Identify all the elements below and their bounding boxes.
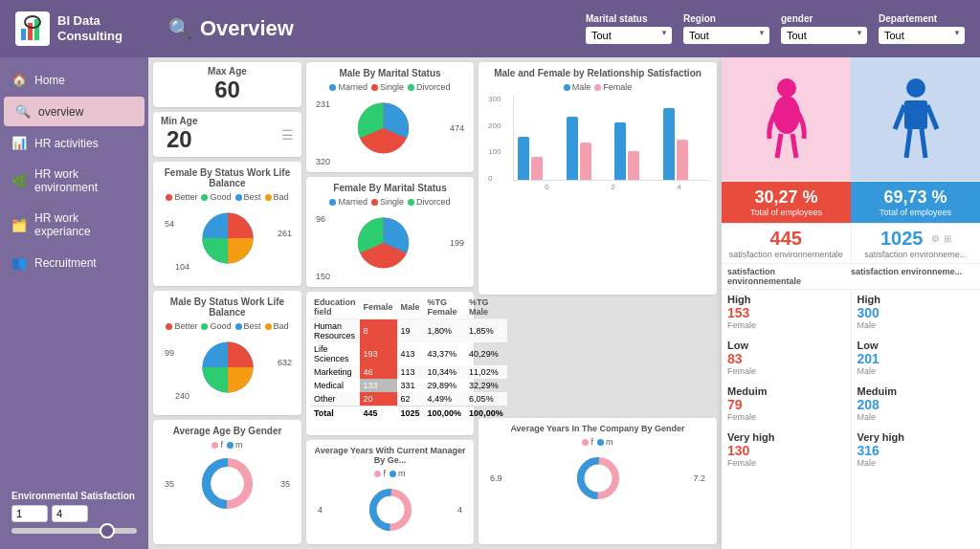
sidebar-item-recruitment[interactable]: 👥 Recruitment: [0, 248, 148, 277]
female-stat: 30,27 % Total of employees: [722, 182, 851, 223]
bar-female-2: [580, 143, 591, 180]
m-dot-better: [166, 323, 172, 330]
svg-point-21: [906, 78, 925, 98]
sidebar-label-recruitment: Recruitment: [34, 256, 97, 270]
sidebar-item-hr-work-environment[interactable]: 🌿 HR work environment: [0, 160, 148, 202]
cell-male: 62: [397, 392, 424, 406]
sat-level-m: High: [858, 294, 975, 305]
bar-group-1: [518, 137, 561, 180]
sidebar-item-hr-activities[interactable]: 📊 HR activities: [0, 128, 148, 158]
dot-bad: [265, 194, 272, 201]
ayc-dot-f: [582, 439, 589, 446]
svg-line-26: [922, 129, 925, 158]
male-marital-pie-svg: [347, 95, 419, 162]
sat-header: satisfaction environnementale satisfacti…: [722, 264, 980, 290]
filter-select-wrapper-department: Tout: [879, 26, 965, 44]
bc-dot-female: [594, 84, 601, 91]
sat-count-f: 79: [727, 397, 845, 412]
male-work-life-pie: 99 632 240: [161, 334, 294, 401]
main-content: Max Age 60 Min Age 20 ☰ Female By Status…: [148, 57, 980, 549]
home-icon: 🏠: [11, 73, 27, 87]
sat-gender-m: Male: [858, 366, 975, 376]
sat-male-col: High 300 Male Low 201 Male Meduim 208 Ma…: [852, 290, 981, 549]
sidebar-item-home[interactable]: 🏠 Home: [0, 65, 148, 95]
svg-rect-22: [904, 100, 927, 129]
max-age-title: Max Age: [161, 66, 294, 77]
male-work-life-card: Male By Status Work Life Balance Better …: [153, 291, 301, 415]
filter-select-gender[interactable]: Tout: [781, 27, 867, 44]
search-icon: 🔍: [168, 17, 192, 40]
female-marital-top: 96: [316, 214, 325, 224]
sidebar-item-overview[interactable]: 🔍 overview: [4, 97, 145, 126]
filter-select-region[interactable]: Tout: [683, 27, 769, 44]
sat-count-f: 130: [727, 443, 845, 458]
avg-years-manager-donut: 4 4: [314, 481, 466, 538]
sidebar-item-hr-work-experience[interactable]: 🗂️ HR work experiance: [0, 204, 148, 246]
filter-icon[interactable]: ☰: [281, 127, 294, 143]
female-marital-pie-svg: [347, 209, 419, 276]
ayc-legend-m: m: [597, 437, 613, 447]
avg-years-manager-legend: f m: [314, 469, 466, 478]
filter-select-marital[interactable]: Tout: [586, 27, 672, 44]
aym-dot-f: [374, 471, 381, 477]
male-pct: 69,73 %: [855, 187, 976, 208]
settings-icon[interactable]: ⚙: [931, 233, 940, 244]
table-row: Other 20 62 4,49% 6,05%: [310, 392, 507, 406]
total-male: 1025: [397, 406, 424, 421]
sat-entry-male: Very high 316 Male: [858, 431, 975, 468]
filter-bar: Marital status Tout Region Tout gender T…: [586, 13, 965, 44]
sat-level-f: Low: [727, 340, 845, 351]
filter-gender: gender Tout: [781, 13, 867, 44]
dot-m: [227, 442, 234, 449]
bar-female-1: [531, 157, 543, 180]
filter-select-wrapper-marital: Tout: [586, 26, 672, 44]
male-count-cell: 1025 ⚙ ⊞ satisfaction environneme...: [852, 224, 981, 263]
bar-group-3: [614, 122, 657, 180]
total-pct-f: 100,00%: [424, 406, 466, 421]
env-slider-track[interactable]: [11, 528, 137, 534]
sat-rows: High 153 Female Low 83 Female Meduim 79 …: [722, 290, 980, 549]
cell-field: Other: [310, 392, 360, 406]
min-age-value: 20: [161, 126, 198, 153]
sat-level-f: Very high: [727, 431, 845, 443]
sat-gender-f: Female: [727, 366, 845, 376]
env-min-input[interactable]: [11, 505, 48, 522]
f-dot-married: [329, 199, 336, 206]
cell-female: 20: [360, 392, 397, 406]
sat-level-f: High: [727, 294, 845, 305]
male-wlb-label-left: 99: [165, 348, 174, 358]
col-pct-f: %TG Female: [424, 296, 466, 319]
expand-icon[interactable]: ⊞: [944, 233, 951, 244]
male-marital-top: 231: [316, 99, 330, 109]
filter-select-department[interactable]: Tout: [879, 27, 965, 44]
env-max-input[interactable]: [52, 505, 88, 522]
logo-area: BI Data Consulting: [15, 11, 149, 46]
female-figure-svg: [758, 77, 815, 163]
filter-label-marital: Marital status: [586, 13, 672, 24]
left-cols: Max Age 60 Min Age 20 ☰ Female By Status…: [148, 57, 722, 549]
ayc-donut: 6.9 7.2: [486, 450, 709, 507]
cell-female: 46: [360, 365, 397, 379]
sidebar-bottom: Environmental Satisfaction: [0, 483, 148, 541]
col-2: Male By Marital Status Married Single Di…: [306, 62, 474, 544]
bar-male-2: [567, 117, 578, 180]
table-row: Medical 133 331 29,89% 32,29%: [310, 379, 507, 392]
filter-label-region: Region: [683, 13, 769, 24]
male-figure-svg: [887, 77, 945, 163]
m-dot-bad: [265, 323, 272, 330]
cell-pct-f: 4,49%: [424, 392, 466, 406]
cell-field: Medical: [310, 379, 360, 392]
legend-good: Good: [201, 192, 231, 202]
f-single-legend: Single: [371, 197, 404, 207]
female-work-life-card: Female By Status Work Life Balance Bette…: [153, 162, 301, 286]
bc-legend-male: Male: [564, 82, 591, 92]
spacer-table: [479, 299, 717, 414]
sat-male-header: satisfaction environneme...: [851, 267, 974, 286]
male-work-life-pie-svg: [189, 334, 266, 401]
male-marital-bottom: 320: [316, 157, 330, 166]
avg-age-legend-m: m: [227, 440, 243, 450]
male-marital-legend: Married Single Divorced: [314, 82, 466, 92]
env-slider-thumb[interactable]: [100, 523, 115, 538]
sat-level-f: Meduim: [727, 385, 845, 397]
sat-entry-female: Very high 130 Female: [727, 431, 845, 468]
